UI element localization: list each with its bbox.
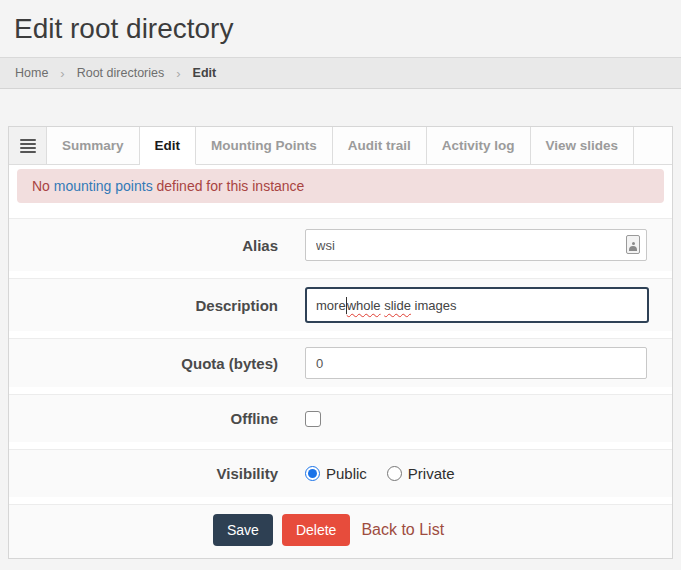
- tab-summary[interactable]: Summary: [47, 127, 140, 164]
- visibility-option-private[interactable]: Private: [387, 465, 455, 482]
- visibility-option-public[interactable]: Public: [305, 465, 367, 482]
- back-to-list-link[interactable]: Back to List: [361, 521, 444, 539]
- alert-text-suffix: defined for this instance: [153, 178, 305, 194]
- tab-activity-log[interactable]: Activity log: [427, 127, 531, 164]
- delete-button[interactable]: Delete: [282, 514, 350, 546]
- tab-edit[interactable]: Edit: [140, 127, 197, 165]
- description-text-segment: whole: [347, 298, 381, 313]
- quota-row: Quota (bytes): [9, 338, 672, 387]
- visibility-radio-private[interactable]: [387, 466, 402, 481]
- visibility-public-label: Public: [326, 465, 367, 482]
- page-header: Edit root directory: [0, 0, 681, 57]
- quota-label: Quota (bytes): [9, 355, 278, 372]
- alias-label: Alias: [9, 237, 278, 254]
- breadcrumb-root-directories[interactable]: Root directories: [77, 66, 165, 80]
- offline-row: Offline: [9, 394, 672, 442]
- breadcrumb: Home › Root directories › Edit: [0, 57, 681, 89]
- description-text-segment: slide: [384, 298, 411, 313]
- breadcrumb-edit: Edit: [193, 66, 217, 80]
- alias-row: Alias: [9, 218, 672, 271]
- tab-view-slides[interactable]: View slides: [531, 127, 635, 164]
- offline-label: Offline: [9, 410, 278, 427]
- description-text-segment: images: [411, 298, 457, 313]
- autofill-profile-icon[interactable]: [626, 235, 640, 254]
- tab-menu[interactable]: [9, 127, 47, 164]
- alias-input[interactable]: [305, 229, 647, 261]
- tab-bar-filler: [634, 127, 672, 164]
- tab-bar: Summary Edit Mounting Points Audit trail…: [9, 127, 672, 165]
- visibility-label: Visibility: [9, 465, 278, 482]
- content-panel: Summary Edit Mounting Points Audit trail…: [8, 126, 673, 559]
- breadcrumb-separator-icon: ›: [60, 66, 64, 81]
- breadcrumb-home[interactable]: Home: [15, 66, 48, 80]
- menu-icon: [20, 137, 36, 155]
- alert-text-prefix: No: [32, 178, 54, 194]
- description-label: Description: [9, 297, 278, 314]
- page-title: Edit root directory: [14, 13, 681, 45]
- edit-form: Alias Description morewhole slide images…: [9, 203, 672, 558]
- description-input[interactable]: morewhole slide images: [305, 287, 649, 323]
- tab-audit-trail[interactable]: Audit trail: [333, 127, 427, 164]
- visibility-row: Visibility Public Private: [9, 449, 672, 497]
- no-mounting-points-alert: No mounting points defined for this inst…: [17, 169, 664, 203]
- quota-input[interactable]: [305, 347, 647, 379]
- save-button[interactable]: Save: [213, 514, 273, 546]
- visibility-private-label: Private: [408, 465, 455, 482]
- description-text-segment: more: [316, 298, 346, 313]
- description-row: Description morewhole slide images: [9, 278, 672, 331]
- breadcrumb-separator-icon: ›: [176, 66, 180, 81]
- visibility-radio-public[interactable]: [305, 466, 320, 481]
- mounting-points-link[interactable]: mounting points: [54, 178, 153, 194]
- offline-checkbox[interactable]: [305, 411, 321, 427]
- tab-mounting-points[interactable]: Mounting Points: [196, 127, 333, 164]
- form-actions-row: Save Delete Back to List: [9, 504, 672, 558]
